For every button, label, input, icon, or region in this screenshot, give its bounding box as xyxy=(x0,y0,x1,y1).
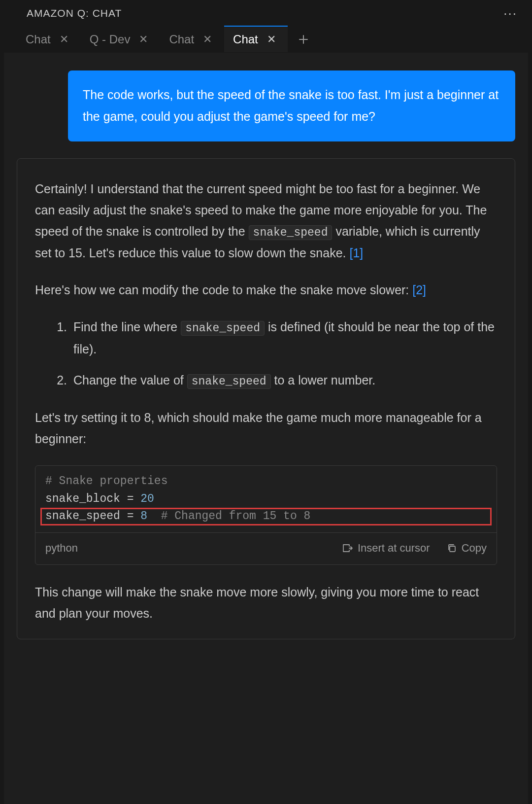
close-icon[interactable]: ✕ xyxy=(60,34,68,45)
code-token: = xyxy=(127,492,134,505)
assistant-paragraph: Here's how we can modify the code to mak… xyxy=(35,280,497,301)
citation-link[interactable]: [2] xyxy=(412,283,426,297)
tab-q-dev[interactable]: Q - Dev ✕ xyxy=(81,27,161,52)
insert-icon xyxy=(342,543,353,553)
text: Here's how we can modify the code to mak… xyxy=(35,283,412,297)
code-footer: python Insert at cursor Copy xyxy=(35,532,497,564)
code-comment: # Changed from 15 to 8 xyxy=(147,510,310,523)
inline-code: snake_speed xyxy=(187,374,271,389)
tab-label: Chat xyxy=(169,33,194,46)
code-token: snake_speed xyxy=(45,510,127,523)
code-token: 8 xyxy=(133,510,147,523)
more-actions-icon[interactable]: ··· xyxy=(503,7,517,20)
tab-bar: Chat ✕ Q - Dev ✕ Chat ✕ Chat ✕ xyxy=(0,27,532,53)
inline-code: snake_speed xyxy=(181,321,265,336)
text: to a lower number. xyxy=(271,373,376,387)
amazon-q-chat-panel: AMAZON Q: CHAT ··· Chat ✕ Q - Dev ✕ Chat… xyxy=(0,0,532,804)
code-actions: Insert at cursor Copy xyxy=(342,539,487,558)
tab-label: Chat xyxy=(233,33,258,46)
close-icon[interactable]: ✕ xyxy=(267,34,276,45)
list-item: Find the line where snake_speed is defin… xyxy=(70,316,497,360)
tab-chat-3[interactable]: Chat ✕ xyxy=(224,27,288,52)
code-block: # Snake propertiessnake_block = 20snake_… xyxy=(35,465,497,565)
plus-icon xyxy=(298,34,309,45)
assistant-paragraph: This change will make the snake move mor… xyxy=(35,582,497,624)
assistant-paragraph: Certainly! I understand that the current… xyxy=(35,178,497,264)
code-content[interactable]: # Snake propertiessnake_block = 20snake_… xyxy=(35,466,497,532)
inline-code: snake_speed xyxy=(249,225,332,240)
text: Find the line where xyxy=(73,320,181,334)
code-language-label: python xyxy=(45,539,78,558)
tab-chat-1[interactable]: Chat ✕ xyxy=(17,27,81,52)
copy-button[interactable]: Copy xyxy=(447,539,487,558)
code-comment: # Snake properties xyxy=(45,475,167,488)
code-token: snake_block xyxy=(45,492,127,505)
text: Change the value of xyxy=(73,373,187,387)
assistant-paragraph: Let's try setting it to 8, which should … xyxy=(35,407,497,450)
tab-label: Q - Dev xyxy=(90,33,131,46)
add-tab-button[interactable] xyxy=(288,29,319,50)
close-icon[interactable]: ✕ xyxy=(139,34,148,45)
list-item: Change the value of snake_speed to a low… xyxy=(70,370,497,392)
panel-header: AMAZON Q: CHAT ··· xyxy=(0,0,532,27)
button-label: Insert at cursor xyxy=(358,539,430,558)
instruction-list: Find the line where snake_speed is defin… xyxy=(35,316,497,391)
copy-icon xyxy=(447,543,457,553)
code-token: = xyxy=(127,510,134,523)
tab-chat-2[interactable]: Chat ✕ xyxy=(160,27,224,52)
insert-at-cursor-button[interactable]: Insert at cursor xyxy=(342,539,430,558)
chat-scroll-area[interactable]: The code works, but the speed of the sna… xyxy=(4,53,528,804)
close-icon[interactable]: ✕ xyxy=(203,34,212,45)
assistant-message: Certainly! I understand that the current… xyxy=(17,158,515,639)
highlighted-code-line: snake_speed = 8 # Changed from 15 to 8 xyxy=(40,508,492,525)
code-token: 20 xyxy=(133,492,154,505)
panel-title: AMAZON Q: CHAT xyxy=(27,7,122,19)
svg-rect-0 xyxy=(450,546,455,552)
user-message: The code works, but the speed of the sna… xyxy=(68,70,515,141)
tab-label: Chat xyxy=(26,33,51,46)
citation-link[interactable]: [1] xyxy=(349,246,363,260)
button-label: Copy xyxy=(462,539,487,558)
